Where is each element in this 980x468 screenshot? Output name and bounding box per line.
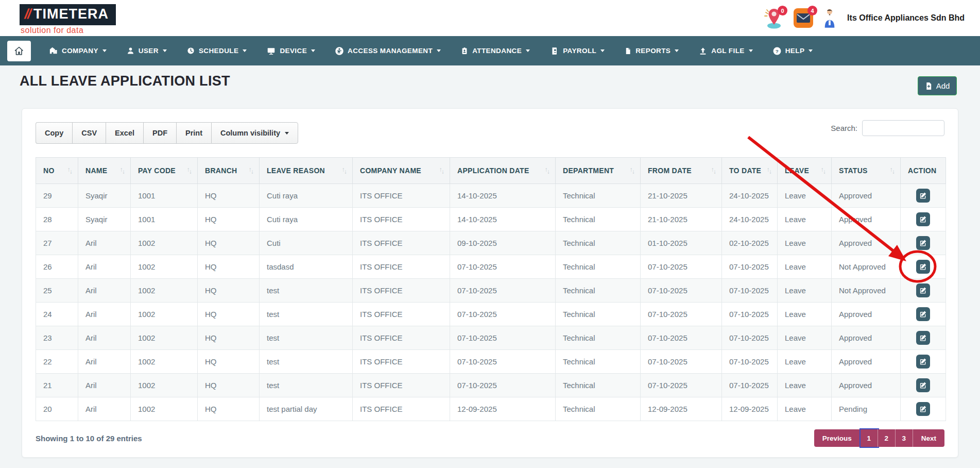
user-avatar-icon[interactable] <box>822 7 837 29</box>
pencil-square-icon <box>919 215 927 223</box>
cell-application-date: 07-10-2025 <box>450 303 556 326</box>
edit-button[interactable] <box>916 260 930 274</box>
column-header-from-date[interactable]: FROM DATE↑↓ <box>641 158 722 184</box>
nav-item-access-management[interactable]: ACCESS MANAGEMENT <box>335 46 441 56</box>
cell-branch: HQ <box>198 374 260 397</box>
cell-branch: HQ <box>198 350 260 374</box>
cell-status: Approved <box>832 374 901 397</box>
print-export-button[interactable]: Print <box>176 122 211 144</box>
column-visibility-button[interactable]: Column visibility <box>211 122 298 144</box>
column-header-application-date[interactable]: APPLICATION DATE↑↓ <box>450 158 556 184</box>
nav-item-schedule[interactable]: SCHEDULE <box>186 46 247 55</box>
column-header-action: ACTION <box>901 158 946 184</box>
nav-item-help[interactable]: ?HELP <box>772 46 813 56</box>
nav-item-label: SCHEDULE <box>199 47 238 55</box>
cell-name: Aril <box>78 279 131 303</box>
cell-name: Aril <box>78 326 131 350</box>
cell-leave-reason: Cuti raya <box>260 208 353 231</box>
card-footer: Showing 1 to 10 of 29 entries Previous12… <box>36 429 944 447</box>
column-header-branch[interactable]: BRANCH↑↓ <box>198 158 260 184</box>
sort-arrows-icon: ↑↓ <box>67 167 73 174</box>
search-input[interactable] <box>862 120 944 136</box>
table-row: 21Aril1002HQtestITS OFFICE07-10-2025Tech… <box>36 374 946 397</box>
logo-subtitle: solution for data <box>21 26 116 35</box>
home-button[interactable] <box>7 41 31 61</box>
nav-items: COMPANYUSERSCHEDULEDEVICEACCESS MANAGEME… <box>48 46 813 56</box>
edit-button[interactable] <box>916 283 930 297</box>
search-label: Search: <box>831 124 857 132</box>
cell-status: Not Approved <box>832 279 901 303</box>
excel-export-button[interactable]: Excel <box>106 122 143 144</box>
column-header-pay-code[interactable]: PAY CODE↑↓ <box>131 158 198 184</box>
app-logo[interactable]: // TIMETERA solution for data <box>20 4 116 35</box>
nav-item-reports[interactable]: REPORTS <box>624 46 679 56</box>
chevron-down-icon <box>600 49 605 52</box>
cell-leave-reason: Cuti <box>260 231 353 255</box>
column-label: FROM DATE <box>648 166 692 175</box>
edit-button[interactable] <box>916 402 930 416</box>
svg-text:?: ? <box>776 48 779 54</box>
column-header-leave-reason[interactable]: LEAVE REASON↑↓ <box>260 158 353 184</box>
cell-leave: Leave <box>778 255 832 279</box>
sort-arrows-icon: ↑↓ <box>341 167 347 174</box>
add-button[interactable]: Add <box>918 76 957 95</box>
nav-item-company[interactable]: COMPANY <box>48 46 107 56</box>
cell-department: Technical <box>556 255 641 279</box>
table-row: 29Syaqir1001HQCuti rayaITS OFFICE14-10-2… <box>36 184 946 208</box>
table-row: 26Aril1002HQtasdasdITS OFFICE07-10-2025T… <box>36 255 946 279</box>
page-button-1[interactable]: 1 <box>861 429 878 447</box>
cell-status: Approved <box>832 208 901 231</box>
copy-export-button[interactable]: Copy <box>36 122 72 144</box>
edit-button[interactable] <box>916 355 930 369</box>
sort-arrows-icon: ↑↓ <box>820 167 826 174</box>
cell-name: Aril <box>78 374 131 397</box>
column-header-leave[interactable]: LEAVE↑↓ <box>778 158 832 184</box>
edit-button[interactable] <box>916 307 930 321</box>
column-header-no[interactable]: NO↑↓ <box>36 158 78 184</box>
page-button-3[interactable]: 3 <box>896 429 913 447</box>
reports-icon <box>624 46 632 56</box>
page-button-2[interactable]: 2 <box>878 429 896 447</box>
nav-item-device[interactable]: DEVICE <box>266 46 315 56</box>
nav-item-payroll[interactable]: PAYROLL <box>549 46 605 56</box>
pdf-export-button[interactable]: PDF <box>143 122 176 144</box>
nav-item-agl-file[interactable]: AGL FILE <box>698 46 752 56</box>
home-icon <box>14 46 24 56</box>
chevron-down-icon <box>675 49 679 52</box>
next-page-button[interactable]: Next <box>913 429 944 447</box>
cell-department: Technical <box>556 184 641 208</box>
cell-from-date: 12-09-2025 <box>641 397 722 421</box>
cell-status: Pending <box>832 397 901 421</box>
edit-button[interactable] <box>916 189 930 203</box>
column-header-department[interactable]: DEPARTMENT↑↓ <box>556 158 641 184</box>
chevron-down-icon <box>437 49 441 52</box>
cell-company-name: ITS OFFICE <box>353 326 450 350</box>
location-notification-button[interactable]: 0 <box>763 6 784 30</box>
cell-leave: Leave <box>778 397 832 421</box>
nav-item-label: PAYROLL <box>563 47 596 55</box>
previous-page-button[interactable]: Previous <box>814 429 861 447</box>
cell-no: 24 <box>36 303 78 326</box>
cell-pay-code: 1002 <box>131 326 198 350</box>
column-header-to-date[interactable]: TO DATE↑↓ <box>722 158 778 184</box>
cell-company-name: ITS OFFICE <box>353 184 450 208</box>
cell-to-date: 24-10-2025 <box>722 184 778 208</box>
sort-arrows-icon: ↑↓ <box>766 167 772 174</box>
edit-button[interactable] <box>916 378 930 392</box>
nav-item-attendance[interactable]: ATTENDANCE <box>460 46 530 56</box>
column-header-name[interactable]: NAME↑↓ <box>78 158 131 184</box>
column-header-status[interactable]: STATUS↑↓ <box>832 158 901 184</box>
column-header-company-name[interactable]: COMPANY NAME↑↓ <box>353 158 450 184</box>
cell-no: 26 <box>36 255 78 279</box>
nav-item-user[interactable]: USER <box>126 46 167 55</box>
csv-export-button[interactable]: CSV <box>72 122 106 144</box>
edit-button[interactable] <box>916 331 930 345</box>
cell-status: Approved <box>832 184 901 208</box>
edit-button[interactable] <box>916 212 930 226</box>
mail-notification-button[interactable]: 4 <box>793 6 814 30</box>
payroll-icon <box>549 46 559 56</box>
logo-box: // TIMETERA <box>20 4 116 25</box>
edit-button[interactable] <box>916 236 930 250</box>
column-visibility-label: Column visibility <box>220 129 280 137</box>
nav-item-label: AGL FILE <box>711 47 744 55</box>
